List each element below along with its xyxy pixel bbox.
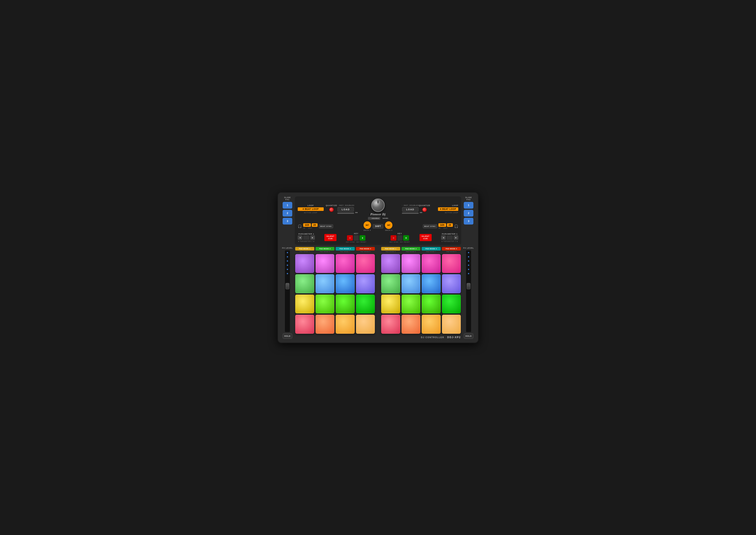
right-headphones-icon[interactable]: 🎧 [454, 224, 458, 228]
left-int-btn[interactable]: INT [364, 221, 371, 229]
left-pad-2-1[interactable] [295, 274, 314, 293]
left-half-x-btn[interactable]: 1/2X [303, 223, 311, 227]
left-param-section: PARAMETER 1 ◄ ► ◄ PARAMETER 2 ► [298, 233, 315, 242]
left-pad-1-3[interactable] [336, 254, 355, 273]
right-pad-1-3[interactable] [422, 254, 441, 273]
right-quantize-btn[interactable] [422, 207, 427, 212]
fx-fader-right[interactable] [466, 250, 471, 332]
main-knob[interactable] [371, 199, 385, 212]
right-int-btn[interactable]: INT [385, 221, 392, 229]
fader-dot [287, 256, 288, 257]
slide-fx1-btn2[interactable]: 2 [283, 210, 292, 216]
right-pad-4-3[interactable] [422, 315, 441, 334]
left-pad-3-2[interactable] [316, 295, 335, 314]
hold-right-btn[interactable]: HOLD [464, 333, 473, 339]
right-pad-mode-3[interactable]: PAD MODE 3 PAD MODE 7 [422, 247, 441, 252]
right-pad-2-1[interactable] [381, 274, 400, 293]
left-beat-sync-btn[interactable]: BEAT SYNC [319, 224, 333, 228]
fx-level-right-label: FX LEVEL [463, 247, 474, 249]
controller-subtitle: DJ CONTROLLER [421, 336, 444, 339]
left-param-right-btn[interactable]: ► [310, 236, 315, 239]
slide-fx2-btn3[interactable]: 3 [464, 218, 473, 225]
right-load-section: ·· INST. DOUBLES LOAD [402, 204, 419, 214]
right-key-plus-btn[interactable]: + [403, 235, 409, 241]
right-pad-1-4[interactable] [442, 254, 461, 273]
right-pad-mode-4[interactable]: PAD MODE 4 PAD MODE 8 [442, 247, 461, 252]
fx-fader-left[interactable] [285, 250, 290, 332]
left-key-plus-btn[interactable]: + [359, 235, 365, 241]
left-pad-2-4[interactable] [356, 274, 375, 293]
left-pad-mode-4[interactable]: PAD MODE 4 PAD MODE 8 [356, 247, 375, 252]
left-pad-1-4[interactable] [356, 254, 375, 273]
right-pm1-label: PAD MODE 1 [381, 247, 400, 250]
brand-logos: ⚫ rekordbox serato [368, 217, 388, 220]
slide-fx1-btn3[interactable]: 3 [283, 218, 292, 225]
left-pad-1-2[interactable] [316, 254, 335, 273]
right-pad-3-3[interactable] [422, 295, 441, 314]
right-loop-value[interactable]: 4 BEAT LOOP [438, 207, 458, 211]
left-2x-btn[interactable]: 2X [312, 223, 318, 227]
left-headphones-icon[interactable]: 🎧 [298, 224, 302, 228]
fx-level-left-label: FX LEVEL [282, 247, 293, 249]
right-pad-4-1[interactable] [381, 315, 400, 334]
right-pad-2-4[interactable] [442, 274, 461, 293]
controls-row1: LOOP 4 BEAT LOOP ACTIVE LOOP QUANTIZE ··… [298, 199, 458, 220]
fader-handle[interactable] [286, 283, 289, 289]
brand: Pioneer Dj ⚫ rekordbox serato [368, 213, 388, 220]
right-param-right-btn[interactable]: ► [454, 236, 458, 239]
right-slider[interactable] [402, 212, 419, 214]
right-pad-4-4[interactable] [442, 315, 461, 334]
slide-fx2-btn1[interactable]: 1 [464, 202, 473, 209]
left-pad-2-3[interactable] [336, 274, 355, 293]
left-pad-3-4[interactable] [356, 295, 375, 314]
right-pad-2-3[interactable] [422, 274, 441, 293]
slide-fx1-btn1[interactable]: 1 [283, 202, 292, 209]
left-key-section: KEY − + KEY SYNC KEY RESET [346, 233, 366, 243]
left-pad-3-1[interactable] [295, 295, 314, 314]
right-beat-sync-btn[interactable]: BEAT SYNC [423, 224, 437, 228]
left-pad-mode-1[interactable]: PAD MODE 1 PAD MODE 5 [295, 247, 314, 252]
controls-row3: PARAMETER 1 ◄ ► ◄ PARAMETER 2 ► SILENTCU… [298, 233, 458, 243]
left-load-btn[interactable]: LOAD [338, 207, 354, 212]
left-pad-4-4[interactable] [356, 315, 375, 334]
left-pad-3-3[interactable] [336, 295, 355, 314]
left-pad-4-1[interactable] [295, 315, 314, 334]
shift-btn[interactable]: SHIFT [373, 224, 383, 229]
slide-fx2-btn2[interactable]: 2 [464, 210, 473, 216]
right-pad-3-4[interactable] [442, 295, 461, 314]
right-half-x-btn[interactable]: 1/2X [438, 223, 446, 227]
right-pad-mode-1[interactable]: PAD MODE 1 PAD MODE 5 [381, 247, 400, 252]
right-pad-1-2[interactable] [402, 254, 421, 273]
left-key-minus-btn[interactable]: − [347, 235, 353, 241]
right-active-loop: ACTIVE LOOP [445, 212, 458, 213]
right-pad-2-2[interactable] [402, 274, 421, 293]
right-pad-4-2[interactable] [402, 315, 421, 334]
right-2x-btn[interactable]: 2X [447, 223, 453, 227]
left-pad-1-1[interactable] [295, 254, 314, 273]
left-out-label: OUT [308, 227, 312, 229]
right-pad-mode-2[interactable]: PAD MODE 2 PAD MODE 6 [402, 247, 421, 252]
right-param-left-btn[interactable]: ◄ [441, 236, 446, 239]
right-pad-1-1[interactable] [381, 254, 400, 273]
left-pad-mode-2[interactable]: PAD MODE 2 PAD MODE 6 [316, 247, 335, 252]
right-pad-3-2[interactable] [402, 295, 421, 314]
fader-handle-right[interactable] [467, 283, 470, 289]
hold-left-btn[interactable]: HOLD [283, 333, 292, 339]
left-quantize-btn[interactable] [329, 207, 334, 212]
right-silent-cue-btn[interactable]: SILENTCUE [420, 234, 432, 241]
right-key-label: KEY [398, 233, 402, 235]
left-pad-2-2[interactable] [316, 274, 335, 293]
right-key-minus-btn[interactable]: − [391, 235, 397, 241]
right-load-btn[interactable]: LOAD [402, 207, 418, 212]
right-param2: ◄ PARAMETER 2 ► [441, 240, 458, 242]
left-pad-4-3[interactable] [336, 315, 355, 334]
left-slider[interactable] [337, 212, 354, 214]
left-param-left-btn[interactable]: ◄ [298, 236, 302, 239]
left-loop-value[interactable]: 4 BEAT LOOP [298, 207, 324, 211]
left-key-reset-label: KEY RESET [356, 241, 366, 243]
right-pad-3-1[interactable] [381, 295, 400, 314]
left-silent-cue-btn[interactable]: SILENTCUE [324, 234, 336, 241]
left-pad-4-2[interactable] [316, 315, 335, 334]
left-pad-mode-3[interactable]: PAD MODE 3 PAD MODE 7 [336, 247, 355, 252]
left-halfx-2x: 1/2X 2X IN OUT [303, 223, 318, 229]
